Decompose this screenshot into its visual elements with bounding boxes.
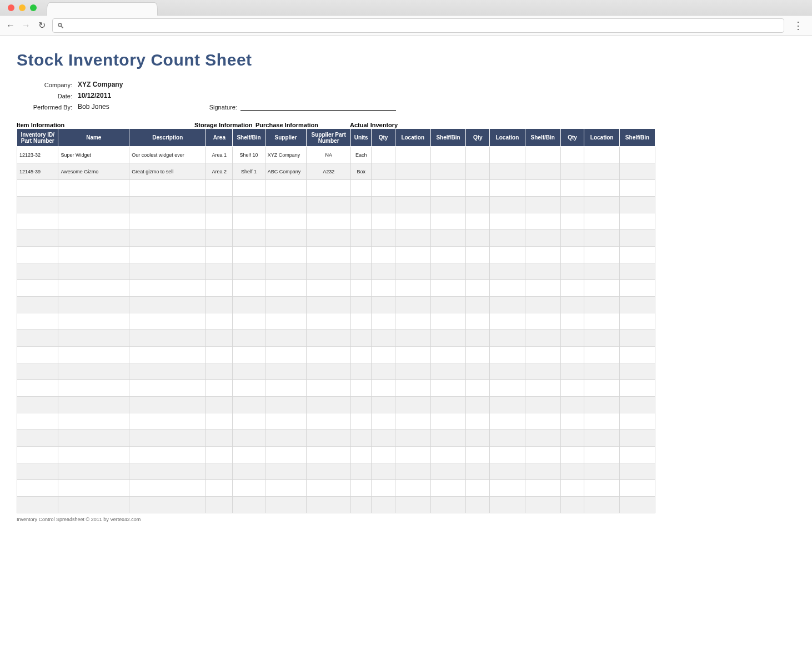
table-cell[interactable] [307,330,351,347]
table-cell[interactable] [584,280,620,297]
table-cell[interactable] [129,447,206,463]
table-cell[interactable] [233,297,265,313]
table-cell[interactable] [620,330,655,347]
table-cell[interactable] [206,397,233,413]
table-cell[interactable]: Each [351,147,372,163]
table-cell[interactable] [265,397,306,413]
table-cell[interactable] [17,197,58,213]
table-cell[interactable] [395,180,430,197]
table-cell[interactable] [351,497,372,513]
table-cell[interactable] [233,413,265,430]
table-cell[interactable] [466,280,490,297]
table-cell[interactable] [372,297,395,313]
table-cell[interactable] [206,330,233,347]
table-cell[interactable] [466,263,490,280]
table-cell[interactable] [307,180,351,197]
table-cell[interactable] [129,197,206,213]
table-cell[interactable] [560,163,584,180]
table-cell[interactable] [490,497,525,513]
table-cell[interactable] [58,297,129,313]
table-cell[interactable] [525,197,560,213]
table-cell[interactable] [58,230,129,247]
table-cell[interactable] [430,463,466,480]
table-cell[interactable]: NA [307,147,351,163]
table-cell[interactable] [525,413,560,430]
table-cell[interactable] [525,347,560,363]
table-cell[interactable] [620,447,655,463]
table-cell[interactable] [206,430,233,447]
table-cell[interactable] [17,213,58,230]
table-cell[interactable] [372,347,395,363]
table-cell[interactable] [17,413,58,430]
table-cell[interactable] [372,230,395,247]
table-cell[interactable] [58,447,129,463]
table-cell[interactable] [58,280,129,297]
table-cell[interactable] [466,147,490,163]
table-cell[interactable] [584,413,620,430]
table-cell[interactable] [129,413,206,430]
table-cell[interactable] [584,363,620,380]
table-cell[interactable] [307,280,351,297]
table-cell[interactable] [466,330,490,347]
table-cell[interactable] [490,280,525,297]
table-cell[interactable] [395,380,430,397]
table-cell[interactable] [560,180,584,197]
table-cell[interactable] [430,230,466,247]
table-cell[interactable] [372,197,395,213]
table-cell[interactable] [58,497,129,513]
table-cell[interactable] [525,247,560,263]
table-cell[interactable] [395,230,430,247]
table-cell[interactable] [129,430,206,447]
table-cell[interactable] [584,463,620,480]
table-cell[interactable] [129,397,206,413]
table-cell[interactable] [17,430,58,447]
table-cell[interactable]: Shelf 1 [233,163,265,180]
table-cell[interactable] [307,197,351,213]
table-cell[interactable] [584,163,620,180]
table-cell[interactable] [466,197,490,213]
table-cell[interactable] [395,197,430,213]
table-cell[interactable] [490,197,525,213]
table-cell[interactable]: ABC Company [265,163,306,180]
table-cell[interactable] [372,330,395,347]
table-cell[interactable] [58,263,129,280]
table-cell[interactable] [620,197,655,213]
table-cell[interactable] [265,363,306,380]
table-cell[interactable] [395,463,430,480]
table-cell[interactable] [584,430,620,447]
table-cell[interactable] [560,313,584,330]
table-cell[interactable] [265,463,306,480]
table-cell[interactable] [233,197,265,213]
table-cell[interactable] [490,230,525,247]
table-cell[interactable] [307,213,351,230]
table-cell[interactable] [560,447,584,463]
table-cell[interactable] [351,480,372,497]
table-cell[interactable] [490,397,525,413]
table-cell[interactable] [233,380,265,397]
table-cell[interactable] [58,397,129,413]
table-cell[interactable] [430,313,466,330]
table-cell[interactable] [265,180,306,197]
table-cell[interactable] [560,413,584,430]
table-cell[interactable] [129,363,206,380]
table-cell[interactable] [584,347,620,363]
table-cell[interactable] [395,363,430,380]
table-cell[interactable] [206,213,233,230]
table-cell[interactable] [466,363,490,380]
minimize-icon[interactable] [19,4,26,11]
table-cell[interactable] [395,330,430,347]
table-cell[interactable] [206,230,233,247]
table-cell[interactable] [430,447,466,463]
table-cell[interactable] [233,263,265,280]
table-cell[interactable] [265,230,306,247]
table-cell[interactable] [351,447,372,463]
table-cell[interactable] [620,230,655,247]
table-cell[interactable] [560,197,584,213]
table-cell[interactable] [525,163,560,180]
table-cell[interactable] [307,313,351,330]
table-cell[interactable] [584,263,620,280]
table-cell[interactable] [430,147,466,163]
table-cell[interactable] [129,280,206,297]
table-cell[interactable] [620,180,655,197]
table-cell[interactable] [490,247,525,263]
